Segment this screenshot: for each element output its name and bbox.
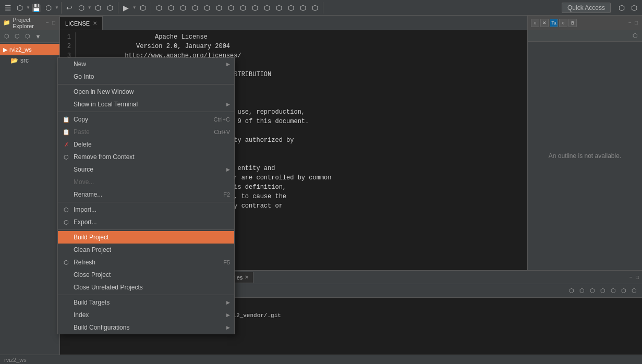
menu-item-delete[interactable]: ✗ Delete bbox=[58, 138, 234, 151]
toolbar-btn-misc2[interactable]: ⬡ bbox=[225, 2, 237, 14]
menu-separator-5 bbox=[58, 295, 234, 295]
toolbar-btn-misc8[interactable]: ⬡ bbox=[297, 2, 309, 14]
toolbar-btn-save-all[interactable]: ⬡ bbox=[43, 2, 54, 14]
toolbar-btn-misc4[interactable]: ⬡ bbox=[249, 2, 261, 14]
project-tree: ▶ rviz2_ws 📂 src bbox=[0, 43, 59, 357]
project-explorer-icon: 📁 bbox=[3, 19, 10, 26]
git-toolbar-right-btn4[interactable]: ⬡ bbox=[598, 286, 608, 296]
menu-item-open-new-window[interactable]: Open in New Window bbox=[58, 86, 234, 98]
toolbar-btn-window[interactable]: ⬡ bbox=[189, 2, 201, 14]
outline-tab-ta[interactable]: Ta bbox=[550, 19, 558, 27]
toolbar-btn-misc6[interactable]: ⬡ bbox=[273, 2, 285, 14]
toolbar-arrow-3[interactable]: ▼ bbox=[88, 5, 92, 10]
menu-index-label: Index bbox=[74, 311, 89, 319]
quick-access-button[interactable]: Quick Access bbox=[562, 3, 611, 13]
menu-item-close-unrelated[interactable]: Close Unrelated Projects bbox=[58, 281, 234, 294]
menu-item-build-targets[interactable]: Build Targets bbox=[58, 296, 234, 309]
menu-import-icon: ⬡ bbox=[62, 207, 70, 213]
menu-go-into-label: Go Into bbox=[74, 73, 94, 80]
menu-copy-label: Copy bbox=[74, 116, 88, 123]
main-layout: 📁 Project Explorer − □ ⬡ ⬡ ⬡ ▼ ▶ rviz2_w… bbox=[0, 16, 642, 364]
link-editor-button[interactable]: ⬡ bbox=[13, 32, 22, 41]
toolbar-btn-misc3[interactable]: ⬡ bbox=[237, 2, 249, 14]
outline-tab-b[interactable]: B bbox=[568, 19, 577, 27]
git-toolbar-right-btn1[interactable]: ⬡ bbox=[567, 286, 576, 296]
toolbar-btn-perspective2[interactable]: ⬡ bbox=[628, 2, 640, 14]
git-tab-close-icon[interactable]: ✕ bbox=[245, 274, 249, 280]
menu-item-close-project[interactable]: Close Project bbox=[58, 269, 234, 281]
toolbar-btn-misc1[interactable]: ⬡ bbox=[213, 2, 225, 14]
menu-item-copy[interactable]: 📋 Copy Ctrl+C bbox=[58, 113, 234, 126]
editor-tab-license[interactable]: LICENSE ✕ bbox=[60, 16, 103, 30]
toolbar-btn-misc9[interactable]: ⬡ bbox=[309, 2, 321, 14]
toolbar-group-tools: ⬡ ⬡ ⬡ ⬡ ⬡ ⬡ ⬡ ⬡ ⬡ ⬡ ⬡ ⬡ ⬡ ⬡ bbox=[153, 2, 323, 14]
menu-separator-2 bbox=[58, 112, 234, 112]
toolbar-btn-save[interactable]: 💾 bbox=[31, 2, 42, 14]
folder-icon: 📂 bbox=[10, 57, 18, 64]
menu-item-export[interactable]: ⬡ Export... bbox=[58, 216, 234, 228]
git-toolbar-right: ⬡ ⬡ ⬡ ⬡ ⬡ ⬡ ⬡ bbox=[567, 286, 639, 296]
outline-tab-circle[interactable]: ○ bbox=[531, 19, 539, 27]
toolbar-arrow-1[interactable]: ▼ bbox=[26, 5, 30, 10]
menu-new-label: New bbox=[74, 60, 86, 68]
project-explorer-title: Project Explorer bbox=[13, 17, 45, 29]
toolbar-group-file: ☰ ⬡ ▼ 💾 ⬡ ▼ bbox=[2, 2, 62, 14]
panel-maximize-button[interactable]: □ bbox=[51, 20, 56, 26]
menu-refresh-label: Refresh bbox=[74, 259, 95, 266]
menu-item-build-project[interactable]: Build Project bbox=[58, 231, 234, 244]
toolbar-btn-debug[interactable]: ⬡ bbox=[137, 2, 149, 14]
toolbar-btn-settings[interactable]: ⬡ bbox=[177, 2, 189, 14]
outline-tab-o[interactable]: ○ bbox=[559, 19, 567, 27]
menu-item-source[interactable]: Source bbox=[58, 163, 234, 176]
project-explorer-toolbar: ⬡ ⬡ ⬡ ▼ bbox=[0, 30, 59, 43]
menu-item-paste[interactable]: 📋 Paste Ctrl+V bbox=[58, 126, 234, 138]
toolbar-btn-profile[interactable]: ⬡ bbox=[165, 2, 177, 14]
toolbar-btn-run[interactable]: ▶ bbox=[120, 2, 132, 14]
menu-paste-label: Paste bbox=[74, 128, 90, 136]
outline-toolbar-btn1[interactable]: ⬡ bbox=[631, 31, 640, 41]
outline-minimize-button[interactable]: − bbox=[627, 20, 633, 26]
git-toolbar-right-btn2[interactable]: ⬡ bbox=[577, 286, 587, 296]
collapse-all-button[interactable]: ⬡ bbox=[2, 32, 11, 41]
tab-close-icon[interactable]: ✕ bbox=[93, 20, 97, 26]
menu-item-remove-context[interactable]: ⬡ Remove from Context bbox=[58, 151, 234, 163]
menu-item-refresh[interactable]: ⬡ Refresh F5 bbox=[58, 256, 234, 269]
bottom-maximize-button[interactable]: □ bbox=[635, 274, 640, 280]
menu-item-move[interactable]: Move... bbox=[58, 176, 234, 188]
toolbar-btn-misc7[interactable]: ⬡ bbox=[285, 2, 297, 14]
toolbar-btn-forward[interactable]: ⬡ bbox=[92, 2, 104, 14]
view-menu-button[interactable]: ▼ bbox=[33, 32, 43, 41]
git-toolbar-right-btn5[interactable]: ⬡ bbox=[609, 286, 618, 296]
menu-button[interactable]: ☰ bbox=[2, 2, 14, 14]
panel-minimize-button[interactable]: − bbox=[45, 20, 50, 26]
git-toolbar-right-btn6[interactable]: ⬡ bbox=[619, 286, 628, 296]
bottom-minimize-button[interactable]: − bbox=[628, 274, 634, 280]
toolbar-btn-misc5[interactable]: ⬡ bbox=[261, 2, 273, 14]
toolbar-btn-perspective1[interactable]: ⬡ bbox=[616, 2, 627, 14]
toolbar-arrow-2[interactable]: ▼ bbox=[55, 5, 59, 10]
menu-item-rename[interactable]: Rename... F2 bbox=[58, 188, 234, 201]
menu-item-index[interactable]: Index bbox=[58, 309, 234, 321]
git-toolbar-right-btn3[interactable]: ⬡ bbox=[588, 286, 597, 296]
workspace-item[interactable]: ▶ rviz2_ws bbox=[0, 44, 59, 55]
menu-item-show-local-terminal[interactable]: Show in Local Terminal bbox=[58, 98, 234, 111]
outline-maximize-button[interactable]: □ bbox=[634, 20, 639, 26]
toolbar-btn-new[interactable]: ⬡ bbox=[14, 2, 26, 14]
menu-paste-icon: 📋 bbox=[62, 129, 70, 136]
menu-remove-context-icon: ⬡ bbox=[62, 154, 70, 161]
menu-item-build-configurations[interactable]: Build Configurations bbox=[58, 321, 234, 334]
menu-item-go-into[interactable]: Go Into bbox=[58, 70, 234, 83]
git-toolbar-right-btn7[interactable]: ⬡ bbox=[629, 286, 639, 296]
src-folder-item[interactable]: 📂 src bbox=[0, 55, 59, 66]
toolbar-btn-up[interactable]: ⬡ bbox=[104, 2, 116, 14]
toolbar-btn-back[interactable]: ↩ bbox=[64, 2, 75, 14]
menu-item-clean-project[interactable]: Clean Project bbox=[58, 244, 234, 256]
toolbar-btn-nav[interactable]: ⬡ bbox=[76, 2, 87, 14]
toolbar-btn-search[interactable]: ⬡ bbox=[153, 2, 165, 14]
outline-tab-close[interactable]: ✕ bbox=[540, 19, 549, 27]
filter-button[interactable]: ⬡ bbox=[23, 32, 32, 41]
toolbar-arrow-run[interactable]: ▼ bbox=[132, 5, 137, 10]
menu-item-new[interactable]: New bbox=[58, 58, 234, 70]
menu-item-import[interactable]: ⬡ Import... bbox=[58, 203, 234, 216]
toolbar-btn-help[interactable]: ⬡ bbox=[201, 2, 213, 14]
